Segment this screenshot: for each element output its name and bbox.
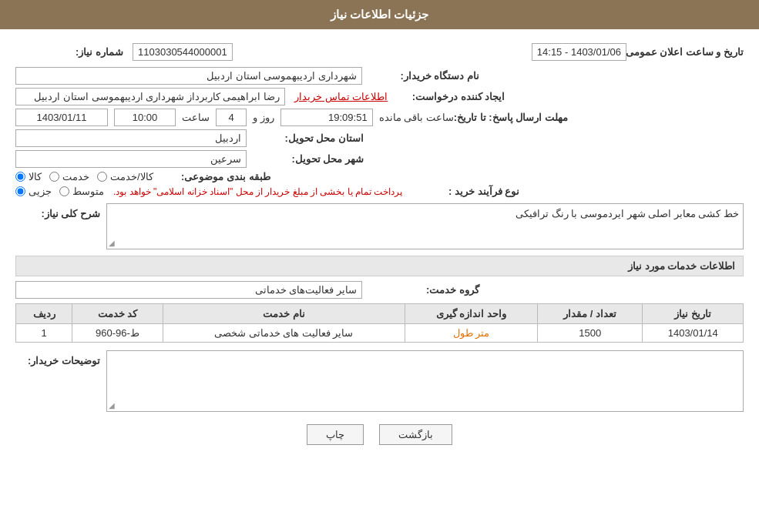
cell-unit: متر طول: [405, 324, 537, 343]
announce-label: تاریخ و ساعت اعلان عمومی:: [636, 46, 744, 58]
table-row: 1403/01/14 1500 متر طول سایر فعالیت های …: [16, 324, 744, 343]
cell-need-date: 1403/01/14: [643, 324, 744, 343]
back-button[interactable]: بازگشت: [379, 424, 452, 445]
purchase-type-label: نوع فرآیند خرید :: [411, 186, 519, 197]
creator-value: رضا ابراهیمی کاربرداز شهرداری اردیبهموسی…: [15, 88, 285, 105]
purchase-type-radio-group: متوسط جزیی: [15, 186, 104, 197]
cell-quantity: 1500: [537, 324, 643, 343]
creator-label: ایجاد کننده درخواست:: [397, 91, 505, 102]
print-button[interactable]: چاپ: [307, 424, 364, 445]
cell-service-name: سایر فعالیت های خدماتی شخصی: [163, 324, 405, 343]
page-title: جزئیات اطلاعات نیاز: [331, 8, 428, 21]
col-quantity: تعداد / مقدار: [537, 304, 643, 324]
contact-link[interactable]: اطلاعات تماس خریدار: [294, 91, 388, 102]
radio-kala-khadamat[interactable]: کالا/خدمت: [97, 171, 153, 182]
col-service-name: نام خدمت: [163, 304, 405, 324]
main-content: تاریخ و ساعت اعلان عمومی: 1403/01/06 - 1…: [0, 29, 759, 460]
delivery-province-value: اردبیل: [15, 129, 247, 147]
delivery-city-value: سرعین: [15, 150, 247, 168]
subject-label: طبقه بندی موضوعی:: [163, 171, 270, 182]
col-unit: واحد اندازه گیری: [405, 304, 537, 324]
service-group-value: سایر فعالیت‌های خدماتی: [15, 281, 362, 299]
delivery-city-label: شهر محل تحویل:: [256, 153, 364, 165]
buyer-notes-resize: ◢: [109, 401, 115, 410]
days-value: 4: [216, 109, 247, 126]
cell-row-num: 1: [16, 324, 72, 343]
time-value: 10:00: [114, 109, 176, 126]
buyer-org-label: نام دستگاه خریدار:: [371, 70, 479, 82]
announce-value: 1403/01/06 - 14:15: [532, 43, 626, 61]
need-description-value: خط کشی معابر اصلی شهر ایردموسی با رنگ تر…: [516, 208, 739, 219]
remaining-label: ساعت باقی مانده: [379, 112, 454, 123]
need-number-value: 1103030544000001: [133, 43, 233, 61]
remaining-value: 19:09:51: [280, 109, 373, 126]
services-table: تاریخ نیاز تعداد / مقدار واحد اندازه گیر…: [15, 303, 744, 343]
time-label: ساعت: [182, 112, 210, 123]
radio-jozi[interactable]: جزیی: [15, 186, 52, 197]
resize-handle: ◢: [109, 239, 115, 247]
page-wrapper: جزئیات اطلاعات نیاز تاریخ و ساعت اعلان ع…: [0, 0, 759, 532]
buyer-notes-label: توضیحات خریدار:: [28, 350, 100, 366]
col-row-num: ردیف: [16, 304, 72, 324]
subject-radio-group: کالا/خدمت خدمت کالا: [15, 171, 153, 182]
page-header: جزئیات اطلاعات نیاز: [0, 0, 759, 29]
delivery-province-label: استان محل تحویل:: [256, 132, 364, 144]
buyer-org-value: شهرداری اردیبهموسی استان اردبیل: [15, 67, 362, 85]
col-need-date: تاریخ نیاز: [643, 304, 744, 324]
cell-service-code: ط-96-960: [72, 324, 163, 343]
need-description-label: شرح کلی نیاز:: [41, 203, 100, 219]
radio-motavaset[interactable]: متوسط: [59, 186, 104, 197]
need-description-box: خط کشی معابر اصلی شهر ایردموسی با رنگ تر…: [106, 203, 744, 249]
response-deadline-label: مهلت ارسال پاسخ: تا تاریخ:: [460, 112, 568, 123]
service-group-label: گروه خدمت:: [371, 284, 479, 296]
services-section-title: اطلاعات خدمات مورد نیاز: [15, 256, 744, 276]
buttons-row: بازگشت چاپ: [15, 424, 744, 445]
col-service-code: کد خدمت: [72, 304, 163, 324]
purchase-type-desc: پرداخت تمام یا بخشی از مبلغ خریدار از مح…: [113, 186, 402, 197]
response-date-value: 1403/01/11: [15, 109, 108, 126]
buyer-notes-box: ◢: [106, 350, 744, 412]
days-label: روز و: [253, 112, 274, 123]
need-number-label: شماره نیاز:: [15, 46, 123, 58]
radio-khadamat[interactable]: خدمت: [49, 171, 89, 182]
radio-kala[interactable]: کالا: [15, 171, 42, 182]
